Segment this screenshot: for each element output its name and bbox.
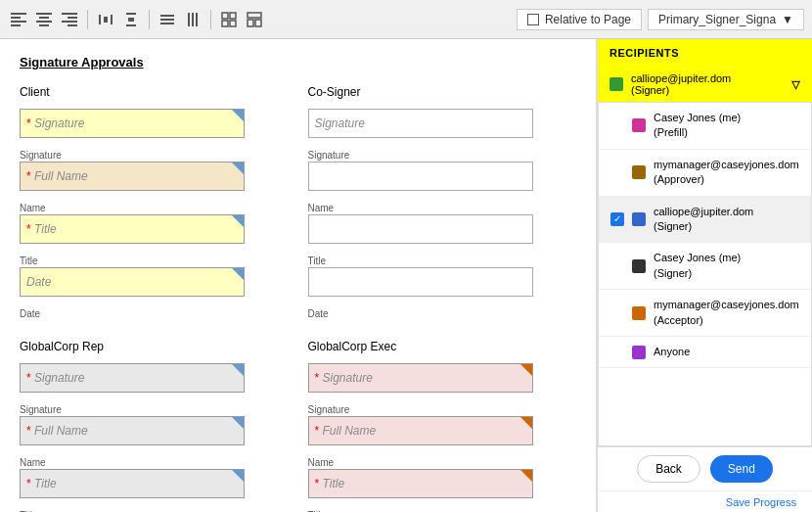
client-title-field[interactable]: Title — [20, 214, 245, 244]
recipient-name-5: mymanager@caseyjones.dom — [654, 298, 799, 312]
svg-rect-9 — [68, 17, 77, 19]
exec-name-label: Name — [308, 457, 577, 468]
align-left-icon[interactable] — [8, 9, 29, 30]
primary-signer-dropdown[interactable]: Primary_Signer_Signa ▼ — [648, 9, 804, 30]
send-button[interactable]: Send — [710, 455, 773, 483]
recipient-info-4: Casey Jones (me) (Signer) — [654, 251, 741, 281]
distribute-h-icon[interactable] — [95, 9, 116, 30]
client-name-label: Name — [20, 203, 289, 213]
cosigner-sig-placeholder: Signature — [315, 116, 365, 130]
align-center-icon[interactable] — [33, 9, 55, 30]
rep-signature-field[interactable]: Signature — [20, 363, 245, 393]
exec-sig-corner — [520, 364, 532, 376]
svg-rect-27 — [230, 21, 236, 26]
client-fullname-field[interactable]: Full Name — [20, 162, 245, 191]
svg-rect-1 — [11, 17, 21, 19]
recipient-role-2: (Approver) — [654, 172, 799, 187]
exec-fullname-corner — [520, 417, 532, 429]
resize-h-icon[interactable] — [157, 9, 178, 30]
client-signature-field[interactable]: Signature — [20, 109, 245, 138]
client-date-placeholder: Date — [26, 275, 51, 289]
recipient-item-anyone[interactable]: Anyone — [599, 337, 811, 368]
svg-rect-10 — [62, 21, 77, 23]
svg-rect-29 — [248, 20, 253, 26]
rep-fullname-field[interactable]: Full Name — [20, 416, 245, 445]
recipient-check-empty-4 — [610, 259, 624, 273]
recipient-dot-4 — [632, 259, 646, 273]
recipient-dot-2 — [632, 165, 646, 179]
relative-to-page-button[interactable]: Relative to Page — [517, 9, 642, 30]
recipient-item-casey-signer[interactable]: Casey Jones (me) (Signer) — [599, 243, 811, 290]
cosigner-title-field-group: Title — [308, 256, 577, 297]
svg-rect-6 — [36, 21, 52, 23]
recipient-check-calliope: ✓ — [610, 212, 624, 226]
cosigner-name-field-group: Name — [308, 203, 577, 244]
client-fullname-label: Signature — [20, 150, 289, 161]
svg-rect-11 — [68, 24, 77, 26]
align-right-icon[interactable] — [59, 9, 80, 30]
selected-recipient-email: calliope@jupiter.dom — [631, 72, 784, 84]
client-fullname-field-group: Signature Full Name — [20, 150, 289, 191]
exec-fullname-field-group: Signature Full Name — [308, 404, 577, 445]
relative-to-page-label: Relative to Page — [545, 13, 631, 26]
cosigner-fullname-field[interactable] — [308, 162, 533, 191]
svg-rect-26 — [222, 21, 228, 26]
exec-signature-field[interactable]: Signature — [308, 363, 533, 393]
recipient-role-4: (Signer) — [654, 266, 741, 281]
svg-rect-24 — [222, 13, 228, 19]
grid-icon[interactable] — [218, 9, 240, 30]
document-area: Signature Approvals Client Signature Sig… — [0, 39, 597, 512]
rep-sig-placeholder: Signature — [26, 371, 84, 385]
distribute-v-icon[interactable] — [120, 9, 142, 30]
sections-grid: Client Signature Signature Full Name N — [20, 85, 576, 512]
dropdown-arrow-icon: ▼ — [782, 13, 793, 26]
save-progress-link[interactable]: Save Progress — [726, 496, 796, 508]
rep-sig-field-group: Signature — [20, 363, 289, 393]
separator-2 — [149, 10, 150, 29]
back-button[interactable]: Back — [637, 455, 700, 483]
rep-fullname-placeholder: Full Name — [26, 424, 88, 438]
recipient-dot-6 — [632, 346, 646, 359]
toolbar-icons — [8, 9, 511, 30]
client-title-label: Title — [20, 256, 289, 266]
exec-title-field[interactable]: Title — [308, 469, 533, 498]
recipient-dot-1 — [632, 118, 646, 132]
recipient-role-5: (Acceptor) — [654, 313, 799, 328]
svg-rect-15 — [126, 13, 136, 15]
cosigner-title-field[interactable] — [308, 267, 533, 297]
recipient-item-manager-acceptor[interactable]: mymanager@caseyjones.dom (Acceptor) — [599, 290, 811, 337]
svg-rect-21 — [192, 13, 194, 26]
recipient-name-3: calliope@jupiter.dom — [654, 205, 753, 219]
recipient-item-manager-approver[interactable]: mymanager@caseyjones.dom (Approver) — [599, 150, 811, 197]
cosigner-date-label: Date — [308, 308, 577, 319]
svg-rect-7 — [39, 24, 49, 26]
recipient-role-1: (Prefill) — [654, 125, 741, 140]
dropdown-chevron-icon[interactable]: ▿ — [791, 73, 800, 95]
selected-recipient[interactable]: calliope@jupiter.dom (Signer) ▿ — [598, 67, 812, 102]
client-title-field-group: Title Date — [20, 256, 289, 297]
cosigner-name-field[interactable] — [308, 214, 533, 244]
resize-v-icon[interactable] — [182, 9, 203, 30]
action-buttons: Back Send — [598, 446, 812, 490]
recipients-list: Casey Jones (me) (Prefill) mymanager@cas… — [598, 102, 812, 446]
exec-sig-field-group: Signature — [308, 363, 577, 393]
svg-rect-19 — [160, 15, 174, 17]
svg-rect-5 — [39, 17, 49, 19]
recipient-name-6: Anyone — [654, 345, 690, 359]
svg-rect-2 — [11, 21, 26, 23]
client-sig-field-group: Signature — [20, 109, 289, 138]
cosigner-section: Co-Signer Signature Signature Name — [308, 85, 577, 320]
rep-title-field[interactable]: Title — [20, 469, 245, 498]
rep-name-label: Name — [20, 457, 289, 468]
client-date-field[interactable]: Date — [20, 267, 245, 297]
layout-icon[interactable] — [244, 9, 265, 30]
selected-recipient-role: (Signer) — [631, 84, 784, 96]
recipient-info-5: mymanager@caseyjones.dom (Acceptor) — [654, 298, 799, 328]
recipient-name-2: mymanager@caseyjones.dom — [654, 158, 799, 172]
cosigner-signature-field[interactable]: Signature — [308, 109, 533, 138]
recipient-info-6: Anyone — [654, 345, 690, 359]
exec-fullname-field[interactable]: Full Name — [308, 416, 533, 445]
recipient-item-casey-prefill[interactable]: Casey Jones (me) (Prefill) — [599, 103, 811, 150]
client-label: Client — [20, 85, 289, 99]
recipient-item-calliope-signer[interactable]: ✓ calliope@jupiter.dom (Signer) — [599, 197, 811, 244]
